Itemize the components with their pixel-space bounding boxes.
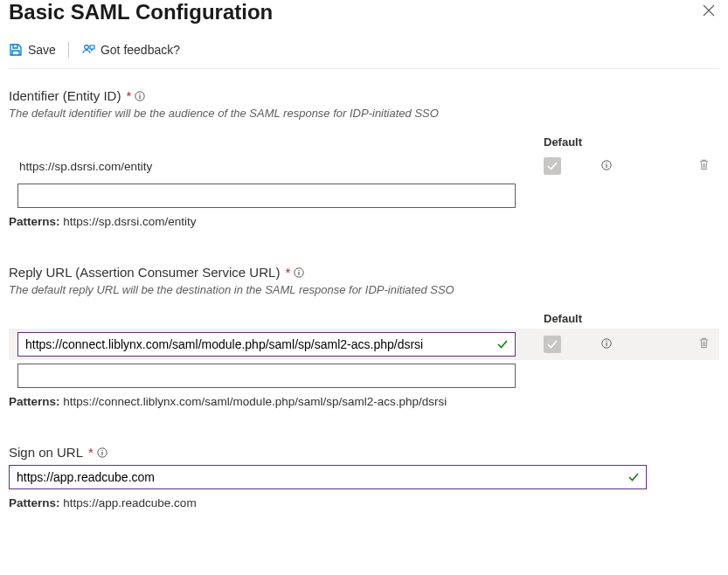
reply-patterns: Patterns: https://connect.liblynx.com/sa… bbox=[9, 395, 719, 408]
save-label: Save bbox=[28, 43, 56, 57]
close-icon[interactable] bbox=[698, 0, 719, 21]
info-icon[interactable] bbox=[294, 267, 304, 278]
reply-url-label: Reply URL (Assertion Consumer Service UR… bbox=[9, 265, 719, 280]
required-indicator: * bbox=[88, 445, 94, 460]
default-checkbox[interactable] bbox=[544, 157, 561, 175]
reply-row bbox=[9, 329, 719, 360]
checkmark-icon bbox=[496, 338, 509, 350]
identifier-value: https://sp.dsrsi.com/entity bbox=[9, 160, 152, 173]
info-icon[interactable] bbox=[601, 338, 612, 349]
delete-icon[interactable] bbox=[697, 336, 711, 350]
feedback-label: Got feedback? bbox=[101, 43, 180, 57]
reply-table-header: Default bbox=[9, 312, 719, 329]
identifier-row: https://sp.dsrsi.com/entity bbox=[9, 152, 719, 180]
section-signon-url: Sign on URL * Patterns: https://app.read… bbox=[9, 445, 719, 509]
default-checkbox[interactable] bbox=[544, 336, 561, 353]
info-icon[interactable] bbox=[97, 447, 107, 458]
reply-url-input[interactable] bbox=[17, 332, 516, 357]
feedback-icon bbox=[81, 43, 95, 57]
signon-url-input[interactable] bbox=[9, 465, 647, 489]
save-icon bbox=[9, 43, 23, 57]
signon-patterns: Patterns: https://app.readcube.com bbox=[9, 496, 719, 509]
reply-url-desc: The default reply URL will be the destin… bbox=[9, 283, 719, 296]
toolbar-separator bbox=[68, 42, 69, 58]
signon-url-label: Sign on URL * bbox=[9, 445, 719, 460]
info-icon[interactable] bbox=[135, 91, 145, 101]
identifier-patterns: Patterns: https://sp.dsrsi.com/entity bbox=[9, 215, 719, 228]
required-indicator: * bbox=[126, 88, 131, 103]
toolbar: Save Got feedback? bbox=[9, 24, 719, 69]
identifier-label: Identifier (Entity ID) * bbox=[9, 88, 719, 103]
identifier-add-input[interactable] bbox=[17, 184, 516, 208]
reply-url-add-input[interactable] bbox=[17, 364, 516, 388]
required-indicator: * bbox=[285, 265, 290, 280]
info-icon[interactable] bbox=[601, 160, 612, 170]
section-identifier: Identifier (Entity ID) * The default ide… bbox=[9, 88, 719, 228]
identifier-table-header: Default bbox=[9, 135, 719, 152]
feedback-button[interactable]: Got feedback? bbox=[81, 43, 180, 57]
page-title: Basic SAML Configuration bbox=[9, 0, 273, 24]
identifier-desc: The default identifier will be the audie… bbox=[9, 107, 719, 120]
delete-icon[interactable] bbox=[697, 158, 711, 171]
section-reply-url: Reply URL (Assertion Consumer Service UR… bbox=[9, 265, 719, 408]
checkmark-icon bbox=[627, 471, 640, 483]
save-button[interactable]: Save bbox=[9, 43, 56, 57]
